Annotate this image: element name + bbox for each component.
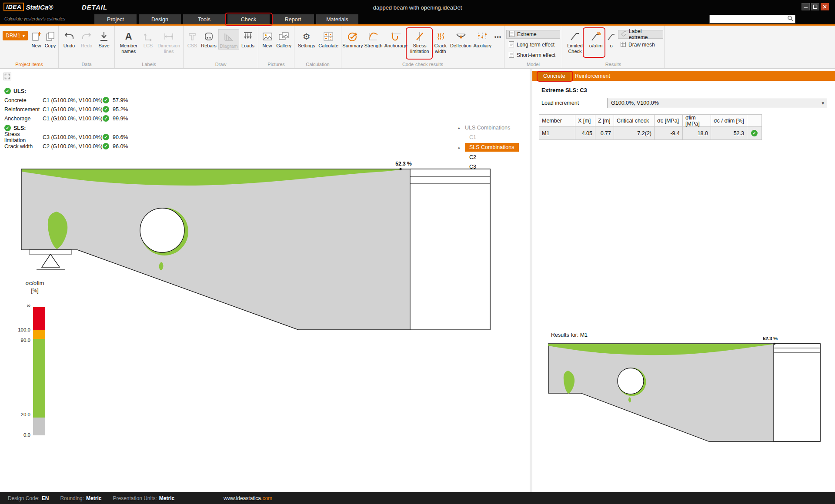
column-header: σc [MPa] — [655, 115, 683, 127]
button-label: Anchorage — [384, 43, 407, 49]
tree-node-c1[interactable]: C1 — [469, 133, 519, 142]
button-label: σ — [610, 43, 613, 49]
group-label: Calculation — [294, 62, 341, 67]
loads-button[interactable]: Loads — [239, 29, 257, 49]
more-results-button[interactable]: ••• — [493, 29, 503, 43]
load-increment-dropdown[interactable]: G100.0%, V100.0% ▾ — [607, 98, 827, 108]
tree-node-c2[interactable]: C2 — [469, 153, 519, 162]
column-header: Member — [539, 115, 575, 127]
search-input[interactable] — [710, 16, 787, 23]
tree-expander-icon[interactable]: ▴ — [458, 126, 462, 130]
website-text: www.ideastatica — [224, 495, 261, 501]
scale-label-0: 0.0 — [10, 432, 30, 438]
stress-limitation-icon — [414, 30, 426, 43]
settings-button[interactable]: ⚙ Settings — [296, 29, 317, 49]
tab-design[interactable]: Design — [139, 14, 181, 24]
undo-button[interactable]: Undo — [60, 29, 78, 49]
toggle-label: Extreme — [517, 31, 537, 37]
status-label: Presentation Units: — [113, 495, 157, 501]
tree-expander-icon[interactable]: ▴ — [458, 145, 462, 149]
tab-concrete[interactable]: Concrete — [538, 71, 570, 81]
tab-tools[interactable]: Tools — [183, 14, 225, 24]
group-label: Labels — [115, 62, 183, 67]
button-label: Save — [98, 43, 109, 49]
load-increment-label: Load increment — [541, 100, 579, 106]
auxiliary-button[interactable]: Auxiliary — [472, 29, 493, 49]
search-box[interactable] — [709, 15, 795, 23]
button-label: LCS — [144, 43, 153, 49]
member-result-view[interactable]: 52.3 % — [539, 335, 826, 448]
gallery-button[interactable]: Gallery — [274, 29, 293, 49]
sigma-button[interactable]: σ — [606, 29, 617, 49]
summary-button[interactable]: Summary — [342, 29, 363, 49]
group-label: Draw — [184, 62, 258, 67]
button-label: New — [263, 43, 272, 49]
sigma-ratio-icon: % — [590, 30, 601, 43]
status-label: Design Code: — [8, 495, 40, 501]
toggle-label: Short-term effect — [517, 52, 555, 58]
picture-icon — [262, 30, 273, 43]
cell-member: M1 — [539, 127, 575, 140]
product-name: DETAIL — [82, 3, 107, 11]
button-label: Stress limitation — [408, 43, 431, 54]
calculate-button[interactable]: Calculate — [317, 29, 340, 49]
tree-node-sls-combinations[interactable]: ▴ SLS Combinations — [458, 142, 519, 153]
cell-sigma-lim: 18.0 — [683, 127, 711, 140]
tab-report[interactable]: Report — [272, 14, 314, 24]
group-label: Results — [562, 62, 664, 67]
button-label: Calculate — [318, 43, 338, 49]
save-button[interactable]: Save — [95, 29, 113, 49]
maximize-button[interactable] — [811, 3, 819, 10]
draw-mesh-toggle[interactable]: Draw mesh — [618, 40, 663, 49]
end-block-small — [774, 344, 820, 441]
tree-node-label: ULS Combinations — [465, 125, 510, 131]
strength-button[interactable]: Strength — [363, 29, 384, 49]
rebars-button[interactable]: Rebars — [199, 29, 218, 49]
anchorage-button[interactable]: Anchorage — [384, 29, 408, 49]
close-button[interactable] — [821, 3, 829, 10]
deflection-button[interactable]: Deflection — [450, 29, 472, 49]
long-term-effect-toggle[interactable]: Long-term effect — [506, 40, 560, 49]
app-logo: IDEA StatiCa® — [3, 3, 53, 11]
new-project-item-button[interactable]: New — [30, 29, 43, 49]
tab-project[interactable]: Project — [94, 14, 137, 24]
tree-node-uls-combinations[interactable]: ▴ ULS Combinations — [458, 123, 519, 133]
tree-node-c3[interactable]: C3 — [469, 162, 519, 172]
panel-divider — [532, 277, 835, 277]
loads-icon — [242, 30, 254, 43]
status-value: EN — [42, 495, 49, 501]
tab-check[interactable]: Check — [227, 14, 270, 24]
short-term-effect-toggle[interactable]: Short-term effect — [506, 51, 560, 60]
status-label: Rounding: — [60, 495, 84, 501]
new-picture-button[interactable]: New — [260, 29, 274, 49]
tab-materials[interactable]: Materials — [316, 14, 358, 24]
ribbon-group-labels: A Member names LCS Dimension lines Label… — [115, 26, 184, 68]
limited-check-button[interactable]: Limited Check — [564, 29, 586, 54]
column-header: σlim [MPa] — [683, 115, 711, 127]
extreme-results-table: Member X [m] Z [m] Critical check σc [MP… — [539, 114, 762, 140]
main-canvas[interactable]: ✓ ULS: Concrete C1 (G100.0%, V100.0%) ✓ … — [0, 69, 530, 492]
sigma-ratio-button[interactable]: % σ/σlim — [586, 29, 606, 49]
sheet-icon — [509, 30, 515, 39]
minimize-button[interactable] — [802, 3, 810, 10]
ribbon-group-data: Undo Redo Save Data — [59, 26, 115, 68]
scale-unit: [%] — [17, 288, 52, 294]
website-tld: .com — [261, 495, 272, 501]
website-link[interactable]: www.ideastatica .com — [224, 495, 272, 501]
crack-width-button[interactable]: Crack width — [431, 29, 450, 54]
results-panel: Concrete Reinforcement Extreme SLS: C3 L… — [532, 69, 835, 492]
member-names-button[interactable]: A Member names — [117, 29, 141, 54]
scale-segment-red — [33, 307, 45, 330]
label-extreme-toggle[interactable]: Label extreme — [618, 30, 663, 39]
button-label: New — [32, 43, 41, 49]
tree-node-label: C3 — [469, 164, 476, 170]
extreme-toggle[interactable]: Extreme — [506, 30, 560, 39]
group-label: Project items — [0, 62, 58, 67]
table-row[interactable]: M1 4.05 0.77 7.2(2) -9.4 18.0 52.3 ✓ — [539, 127, 762, 140]
stress-limitation-button[interactable]: Stress limitation — [408, 29, 431, 54]
combinations-tree: ▴ ULS Combinations C1 ▴ SLS Combinations… — [458, 123, 519, 172]
tab-reinforcement[interactable]: Reinforcement — [570, 71, 615, 81]
drm-selector[interactable]: DRM1 ▾ — [3, 31, 28, 40]
copy-project-item-button[interactable]: Copy — [43, 29, 57, 49]
window-controls — [802, 3, 829, 10]
